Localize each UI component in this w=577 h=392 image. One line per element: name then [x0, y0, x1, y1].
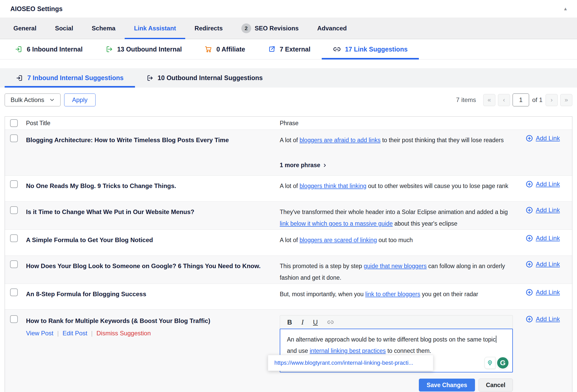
apply-button[interactable]: Apply [64, 93, 96, 106]
add-link-button[interactable]: Add Link [525, 260, 572, 268]
text-caret [496, 336, 496, 343]
view-post-link[interactable]: View Post [26, 330, 53, 337]
pagination: 7 items « ‹ of 1 › » [456, 93, 572, 106]
table-row: How Does Your Blog Look to Someone on Go… [5, 255, 572, 284]
table-header-row: Post Title Phrase [5, 117, 572, 130]
chevron-right-icon [322, 163, 327, 168]
inbound-box-arrow-icon [15, 45, 23, 53]
phrase-cell: A lot of bloggers are scared of linking … [275, 230, 519, 255]
select-all-checkbox[interactable] [10, 119, 18, 127]
inbound-box-arrow-icon [16, 74, 23, 82]
column-header-phrase: Phrase [275, 117, 519, 129]
tab-general[interactable]: General [4, 18, 46, 39]
add-link-button[interactable]: Add Link [525, 134, 572, 142]
items-count: 7 items [456, 96, 476, 104]
tab-link-assistant[interactable]: Link Assistant [125, 18, 185, 39]
table-row: Is it Time to Change What We Put in Our … [5, 201, 572, 229]
tab-redirects[interactable]: Redirects [185, 18, 232, 39]
underline-button[interactable]: U [313, 319, 318, 326]
main-tab-bar: General Social Schema Link Assistant Red… [0, 18, 577, 39]
link-url-tooltip: https://www.blogtyrant.com/internal-link… [268, 355, 433, 371]
phrase-link[interactable]: link to other bloggers [365, 291, 420, 297]
tab-social[interactable]: Social [46, 18, 82, 39]
add-link-button[interactable]: Add Link [525, 206, 572, 214]
chevron-down-icon [49, 97, 55, 103]
save-changes-button[interactable]: Save Changes [419, 379, 475, 391]
row-checkbox[interactable] [10, 288, 18, 296]
insert-link-button[interactable] [327, 319, 334, 326]
row-checkbox[interactable] [10, 260, 18, 268]
row-checkbox[interactable] [10, 206, 18, 214]
row-checkbox[interactable] [10, 180, 18, 188]
circle-plus-icon [525, 288, 533, 296]
phrase-link[interactable]: link below it which goes to a massive gu… [280, 220, 393, 227]
phrase-link[interactable]: bloggers are afraid to add links [300, 137, 381, 143]
table-row: No One Reads My Blog. 9 Tricks to Change… [5, 175, 572, 201]
prev-page-button[interactable]: ‹ [498, 94, 510, 106]
suggestion-tab-bar: 7 Inbound Internal Suggestions 10 Outbou… [0, 68, 577, 88]
subnav-link-suggestions[interactable]: 17 Link Suggestions [322, 39, 419, 59]
post-title: Blogging Architecture: How to Write Time… [21, 130, 275, 175]
add-link-button[interactable]: Add Link [525, 180, 572, 188]
add-link-button[interactable]: Add Link [525, 288, 572, 296]
column-header-post-title: Post Title [21, 117, 275, 129]
collapse-panel-icon[interactable]: ▲ [563, 6, 568, 12]
circle-plus-icon [525, 134, 533, 142]
edit-post-link[interactable]: Edit Post [63, 330, 87, 337]
outbound-box-arrow-icon [146, 74, 154, 82]
row-actions: View Post | Edit Post | Dismiss Suggesti… [26, 329, 267, 338]
tab-advanced[interactable]: Advanced [308, 18, 356, 39]
phrase-link[interactable]: bloggers think that linking [300, 183, 367, 189]
phrase-cell: This promoted is a step by step guide th… [275, 256, 519, 284]
first-page-button[interactable]: « [483, 94, 495, 106]
row-checkbox[interactable] [10, 134, 18, 142]
list-toolbar: Bulk Actions Apply 7 items « ‹ of 1 › » [0, 93, 577, 107]
editor-content[interactable]: An alternative approach would be to writ… [280, 329, 513, 372]
suggestions-table: Post Title Phrase Blogging Architecture:… [5, 116, 572, 392]
phrase-cell: They've transformed their whole header i… [275, 202, 519, 229]
phrase-link[interactable]: internal linking best practices [310, 347, 386, 354]
post-title: How to Rank for Multiple Keywords (& Boo… [26, 317, 210, 324]
bulk-actions-select[interactable]: Bulk Actions [5, 93, 61, 106]
app-header: AIOSEO Settings ▲ [0, 0, 577, 18]
phrase-editor: B I U An alternative approach would be t… [280, 315, 513, 391]
cancel-button[interactable]: Cancel [479, 379, 513, 391]
link-type-tab-bar: 6 Inbound Internal 13 Outbound Internal … [0, 39, 577, 59]
tab-seo-revisions[interactable]: 2 SEO Revisions [232, 18, 308, 39]
grammarly-suggestion-icon[interactable] [485, 357, 495, 369]
tab-schema[interactable]: Schema [82, 18, 125, 39]
post-title: An 8-Step Formula for Blogging Success [21, 284, 275, 309]
circle-plus-icon [525, 206, 533, 214]
table-row-editing: How to Rank for Multiple Keywords (& Boo… [5, 309, 572, 392]
post-title: Is it Time to Change What We Put in Our … [21, 202, 275, 229]
row-checkbox[interactable] [10, 234, 18, 242]
italic-button[interactable]: I [301, 319, 304, 326]
tab-inbound-internal-suggestions[interactable]: 7 Inbound Internal Suggestions [5, 68, 135, 88]
shopping-cart-icon [205, 45, 212, 53]
subnav-external[interactable]: 7 External [257, 39, 322, 59]
bold-button[interactable]: B [287, 319, 292, 326]
tab-outbound-internal-suggestions[interactable]: 10 Outbound Internal Suggestions [135, 68, 274, 88]
subnav-outbound-internal[interactable]: 13 Outbound Internal [94, 39, 193, 59]
external-link-icon [268, 45, 276, 53]
more-phrase-button[interactable]: 1 more phrase [280, 159, 513, 171]
dismiss-suggestion-link[interactable]: Dismiss Suggestion [96, 330, 151, 337]
table-row: A Simple Formula to Get Your Blog Notice… [5, 229, 572, 255]
next-page-button[interactable]: › [546, 94, 558, 106]
subnav-affiliate[interactable]: 0 Affiliate [193, 39, 257, 59]
subnav-inbound-internal[interactable]: 6 Inbound Internal [4, 39, 94, 59]
revision-count-badge: 2 [241, 23, 251, 33]
chain-link-icon [327, 319, 334, 326]
add-link-button[interactable]: Add Link [525, 315, 572, 323]
last-page-button[interactable]: » [560, 94, 572, 106]
phrase-link[interactable]: guide that new bloggers [364, 263, 427, 269]
page-title: AIOSEO Settings [10, 5, 63, 13]
add-link-button[interactable]: Add Link [525, 234, 572, 242]
row-checkbox[interactable] [10, 315, 18, 323]
phrase-link[interactable]: bloggers are scared of linking [300, 237, 377, 243]
post-title: How Does Your Blog Look to Someone on Go… [21, 256, 275, 284]
phrase-cell: A lot of bloggers are afraid to add link… [275, 130, 519, 175]
circle-plus-icon [525, 260, 533, 268]
current-page-input[interactable] [513, 93, 529, 106]
grammarly-logo-icon[interactable]: G [496, 356, 509, 369]
